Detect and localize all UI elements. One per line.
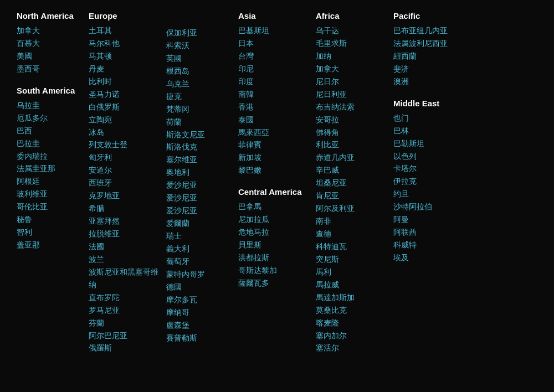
country-link[interactable]: 美國 [17, 52, 32, 60]
country-link[interactable]: 梵蒂冈 [166, 105, 189, 114]
country-link[interactable]: 科威特 [393, 241, 417, 249]
country-link[interactable]: 约旦 [393, 190, 409, 198]
country-link[interactable]: 突尼斯 [316, 255, 339, 264]
country-link[interactable]: 薩爾瓦多 [238, 279, 269, 287]
country-link[interactable]: 厄瓜多尔 [17, 114, 48, 122]
country-link[interactable]: 捷克 [166, 92, 182, 101]
country-link[interactable]: 乌干达 [316, 27, 339, 35]
country-link[interactable]: 波兰 [89, 255, 104, 264]
country-link[interactable]: 玻利维亚 [17, 190, 48, 198]
country-link[interactable]: 埃及 [393, 254, 409, 262]
country-link[interactable]: 辛巴威 [316, 166, 339, 174]
country-link[interactable]: 秘鲁 [17, 215, 32, 224]
country-link[interactable]: 阿尔及利亚 [316, 204, 355, 213]
country-link[interactable]: 布吉纳法索 [316, 103, 355, 111]
country-link[interactable]: 圣马力诺 [89, 90, 120, 99]
country-link[interactable]: 葡萄牙 [166, 257, 189, 266]
country-link[interactable]: 洪都拉斯 [238, 254, 269, 262]
country-link[interactable]: 西班牙 [89, 179, 112, 187]
country-link[interactable]: 賽普勒斯 [166, 334, 197, 342]
country-link[interactable]: 巴林 [393, 127, 409, 135]
country-link[interactable]: 塞内加尔 [316, 332, 347, 340]
country-link[interactable]: 加纳 [316, 52, 331, 60]
country-link[interactable]: 伊拉克 [393, 177, 417, 185]
country-link[interactable]: 哥伦比亚 [17, 203, 48, 211]
country-link[interactable]: 罗马尼亚 [89, 306, 120, 314]
country-link[interactable]: 尼日利亚 [316, 90, 347, 99]
country-link[interactable]: 列支敦士登 [89, 141, 127, 149]
country-link[interactable]: 阿根廷 [17, 177, 40, 185]
country-link[interactable]: 馬拉威 [316, 281, 339, 289]
country-link[interactable]: 巴布亚纽几内亚 [393, 27, 448, 35]
country-link[interactable]: 香港 [238, 103, 254, 111]
country-link[interactable]: 肯尼亚 [316, 192, 339, 200]
country-link[interactable]: 根西岛 [166, 67, 189, 75]
country-link[interactable]: 巴拿馬 [238, 203, 261, 211]
country-link[interactable]: 喀麦隆 [316, 319, 339, 327]
country-link[interactable]: 蒙特内哥罗 [166, 270, 205, 278]
country-link[interactable]: 希腊 [89, 204, 104, 213]
country-link[interactable]: 馬達加斯加 [316, 293, 355, 302]
country-link[interactable]: 巴拉圭 [17, 140, 40, 148]
country-link[interactable]: 斯洛文尼亚 [166, 131, 205, 139]
country-link[interactable]: 马尔科他 [89, 39, 120, 48]
country-link[interactable]: 台灣 [238, 52, 254, 60]
country-link[interactable]: 俄羅斯 [89, 344, 112, 352]
country-link[interactable]: 查德 [316, 230, 331, 238]
country-link[interactable]: 危地马拉 [238, 228, 269, 236]
country-link[interactable]: 新加坡 [238, 153, 261, 162]
country-link[interactable]: 法國 [89, 243, 104, 251]
country-link[interactable]: 丹麦 [89, 65, 104, 73]
country-link[interactable]: 也门 [393, 114, 409, 122]
country-link[interactable]: 印度 [238, 78, 254, 86]
country-link[interactable]: 安哥拉 [316, 116, 339, 124]
country-link[interactable]: 克罗地亚 [89, 192, 120, 200]
country-link[interactable]: 马其顿 [89, 52, 112, 60]
country-link[interactable]: 馬利 [316, 268, 331, 276]
country-link[interactable]: 毛里求斯 [316, 39, 347, 48]
country-link[interactable]: 法属圭亚那 [17, 164, 55, 173]
country-link[interactable]: 以色列 [393, 152, 417, 161]
country-link[interactable]: 南非 [316, 217, 331, 225]
country-link[interactable]: 奥地利 [166, 168, 189, 177]
country-link[interactable]: 義大利 [166, 245, 189, 253]
country-link[interactable]: 菲律賓 [238, 141, 261, 149]
country-link[interactable]: 阿曼 [393, 215, 409, 224]
country-link[interactable]: 摩尔多瓦 [166, 296, 197, 304]
country-link[interactable]: 瑞士 [166, 232, 182, 240]
country-link[interactable]: 芬蘭 [89, 319, 104, 327]
country-link[interactable]: 摩纳哥 [166, 308, 189, 317]
country-link[interactable]: 印尼 [238, 65, 254, 73]
country-link[interactable]: 阿尔巴尼亚 [89, 332, 127, 340]
country-link[interactable]: 卡塔尔 [393, 164, 417, 173]
country-link[interactable]: 日本 [238, 39, 254, 48]
country-link[interactable]: 尼日尔 [316, 78, 339, 86]
country-link[interactable]: 白俄罗斯 [89, 103, 120, 111]
country-link[interactable]: 哥斯达黎加 [238, 266, 277, 275]
country-link[interactable]: 佛得角 [316, 128, 339, 137]
country-link[interactable]: 拉脱维亚 [89, 230, 120, 238]
country-link[interactable]: 冰岛 [89, 128, 104, 137]
country-link[interactable]: 立陶宛 [89, 116, 112, 124]
country-link[interactable]: 匈牙利 [89, 153, 112, 162]
country-link[interactable]: 塞尔维亚 [166, 156, 197, 164]
country-link[interactable]: 加拿大 [17, 27, 40, 35]
country-link[interactable]: 馬來西亞 [238, 128, 269, 137]
country-link[interactable]: 科特迪瓦 [316, 243, 347, 251]
country-link[interactable]: 澳洲 [393, 78, 409, 86]
country-link[interactable]: 泰國 [238, 116, 254, 124]
country-link[interactable]: 坦桑尼亚 [316, 179, 347, 187]
country-link[interactable]: 德國 [166, 283, 182, 291]
country-link[interactable]: 科索沃 [166, 42, 189, 50]
country-link[interactable]: 荷蘭 [166, 118, 182, 126]
country-link[interactable]: 比利时 [89, 78, 112, 86]
country-link[interactable]: 莫桑比克 [316, 306, 347, 314]
country-link[interactable]: 巴勒斯坦 [393, 140, 424, 148]
country-link[interactable]: 紐西蘭 [393, 52, 417, 60]
country-link[interactable]: 斐济 [393, 65, 409, 73]
country-link[interactable]: 乌拉圭 [17, 101, 40, 110]
country-link[interactable]: 塞活尔 [316, 344, 339, 352]
country-link[interactable]: 沙特阿拉伯 [393, 203, 432, 211]
country-link[interactable]: 盧森堡 [166, 321, 189, 329]
country-link[interactable]: 爱爾蘭 [166, 219, 189, 228]
